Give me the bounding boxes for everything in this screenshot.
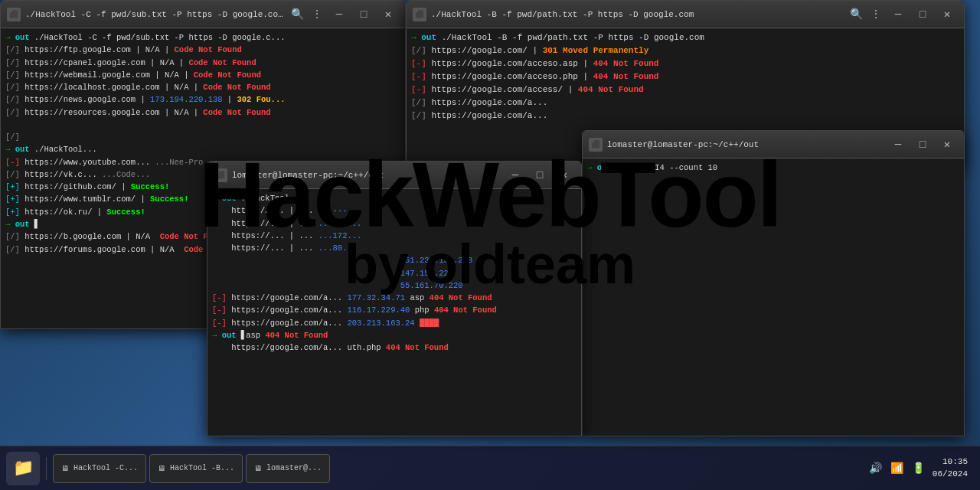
- term-line: [/] https://ftp.google.com | N/A | Code …: [5, 44, 400, 56]
- term-line: → out ./HackTool -C -f pwd/sub.txt -P ht…: [5, 31, 400, 44]
- term-line: [-] https://google.com/a... 116.17.229.4…: [212, 304, 577, 316]
- term-line: [/] https://news.google.com | 173.194.22…: [5, 93, 400, 106]
- titlebar-buttons-2: 🔍 ⋮ ─ □ ✕: [848, 6, 958, 23]
- term-line: [/] https://webmail.google.com | N/A | C…: [5, 69, 400, 81]
- term-line: [/] https://resources.google.com | N/A |…: [5, 106, 400, 119]
- tab-title-1: ./HackTool -C -f pwd/sub.txt -P https -D…: [25, 10, 284, 19]
- term-line: [/] https://localhost.google.com | N/A |…: [5, 81, 400, 93]
- close-button-1[interactable]: ✕: [377, 6, 399, 23]
- taskbar-terminal-label-2: HackTool -B...: [170, 464, 234, 472]
- tray-network-icon[interactable]: 📶: [890, 461, 905, 476]
- terminal-content-3: → out ./HackTool ... https://... | ... 5…: [207, 189, 581, 436]
- menu-button-2[interactable]: ⋮: [867, 6, 884, 23]
- tab-icon-4: ⬛: [589, 138, 603, 152]
- tab-icon-1: ⬛: [7, 8, 21, 21]
- term-line: [-] https://google.com/a... 177.32.34.71…: [212, 292, 577, 304]
- term-line: https://... | ... ...112...: [212, 217, 577, 230]
- tab-title-2: ./HackTool -B -f pwd/path.txt -P https -…: [431, 10, 843, 19]
- term-line: https://... | ... ...172...: [212, 230, 577, 242]
- close-button-4[interactable]: ✕: [936, 136, 958, 153]
- term-line: 251.231.130.248: [212, 254, 577, 266]
- maximize-button-3[interactable]: □: [529, 167, 550, 184]
- terminal-window-3: ⬛ lomaster@lomaster-pc:~/c++/out ─ □ ✕ →…: [207, 161, 582, 436]
- terminal-window-4: ⬛ lomaster@lomaster-pc:~/c++/out ─ □ ✕ →…: [582, 130, 965, 436]
- tab-title-3: lomaster@lomaster-pc:~/c++/out: [232, 171, 500, 180]
- taskbar-terminal-label-3: lomaster@...: [266, 464, 322, 472]
- taskbar-terminal-icon-1: 🖥: [61, 464, 69, 473]
- titlebar-1: ⬛ ./HackTool -C -f pwd/sub.txt -P https …: [1, 1, 405, 28]
- minimize-button-2[interactable]: ─: [887, 6, 909, 23]
- taskbar-terminal-1[interactable]: 🖥 HackTool -C...: [53, 454, 146, 483]
- term-line: https://... | ... ...80...: [212, 242, 577, 254]
- terminal-content-4: → out ./... -GI4 --count 10: [583, 158, 964, 436]
- tray-battery-icon[interactable]: 🔋: [911, 461, 926, 476]
- taskbar-files-icon[interactable]: 📁: [6, 452, 40, 485]
- maximize-button-4[interactable]: □: [912, 136, 933, 153]
- titlebar-buttons-4: ─ □ ✕: [887, 136, 958, 153]
- search-button-2[interactable]: 🔍: [848, 6, 864, 23]
- term-line: [/] https://google.com/a...: [411, 96, 959, 109]
- titlebar-2: ⬛ ./HackTool -B -f pwd/path.txt -P https…: [407, 1, 964, 28]
- term-line: → out ./HackTool ...: [212, 192, 577, 204]
- term-line: [/] https://cpanel.google.com | N/A | Co…: [5, 57, 400, 69]
- taskbar-terminal-icon-2: 🖥: [158, 464, 165, 473]
- term-line: [/] https://google.com/ | 301 Moved Perm…: [411, 44, 959, 57]
- titlebar-3: ⬛ lomaster@lomaster-pc:~/c++/out ─ □ ✕: [207, 162, 581, 189]
- taskbar-separator: [46, 457, 47, 480]
- term-line: [-] https://google.com/acceso.asp | 404 …: [411, 57, 959, 70]
- close-button-2[interactable]: ✕: [936, 6, 958, 23]
- desktop: ⬛ ./HackTool -C -f pwd/sub.txt -P https …: [0, 0, 980, 490]
- taskbar-terminal-icon-3: 🖥: [254, 464, 262, 473]
- taskbar-terminal-label-1: HackTool -C...: [74, 464, 138, 472]
- tab-title-4: lomaster@lomaster-pc:~/c++/out: [607, 140, 883, 149]
- menu-button-1[interactable]: ⋮: [309, 6, 325, 23]
- taskbar-terminal-2[interactable]: 🖥 HackTool -B...: [149, 454, 243, 483]
- maximize-button-1[interactable]: □: [353, 6, 374, 23]
- term-line: → out ▋asp 404 Not Found: [212, 329, 577, 341]
- term-line: [/] https://google.com/a...: [411, 109, 959, 122]
- term-line: 55.161.70.220: [212, 279, 577, 292]
- term-line: → out ./HackTool...: [5, 143, 400, 155]
- maximize-button-2[interactable]: □: [912, 6, 933, 23]
- tab-icon-3: ⬛: [214, 168, 227, 182]
- term-line: https://google.com/a... uth.php 404 Not …: [212, 341, 577, 354]
- minimize-button-1[interactable]: ─: [328, 6, 350, 23]
- close-button-3[interactable]: ✕: [554, 167, 575, 184]
- term-line: [-] https://google.com/a... 203.213.163.…: [212, 317, 577, 329]
- system-tray: 🔊 📶 🔋 10:3506/2024: [862, 456, 974, 480]
- taskbar: 📁 🖥 HackTool -C... 🖥 HackTool -B... 🖥 lo…: [0, 446, 980, 490]
- term-line: [/]: [5, 131, 400, 143]
- tab-icon-2: ⬛: [413, 8, 426, 21]
- minimize-button-4[interactable]: ─: [887, 136, 909, 153]
- system-clock: 10:3506/2024: [933, 456, 968, 480]
- term-line: [-] https://google.com/acceso.php | 404 …: [411, 70, 959, 83]
- titlebar-buttons-1: 🔍 ⋮ ─ □ ✕: [289, 6, 399, 23]
- term-line: → out ./HackTool -B -f pwd/path.txt -P h…: [411, 31, 959, 44]
- term-line: 147.154.223: [212, 267, 577, 279]
- term-line: → out ./... -GI4 --count 10: [587, 162, 959, 174]
- minimize-button-3[interactable]: ─: [505, 167, 526, 184]
- titlebar-buttons-3: ─ □ ✕: [505, 167, 575, 184]
- term-line: https://... | ... 54.---: [212, 204, 577, 217]
- titlebar-4: ⬛ lomaster@lomaster-pc:~/c++/out ─ □ ✕: [583, 131, 964, 158]
- search-button-1[interactable]: 🔍: [289, 6, 305, 23]
- taskbar-terminal-3[interactable]: 🖥 lomaster@...: [246, 454, 330, 483]
- term-line: [5, 119, 400, 131]
- term-line: [-] https://google.com/access/ | 404 Not…: [411, 83, 959, 96]
- tray-sound-icon[interactable]: 🔊: [868, 461, 884, 476]
